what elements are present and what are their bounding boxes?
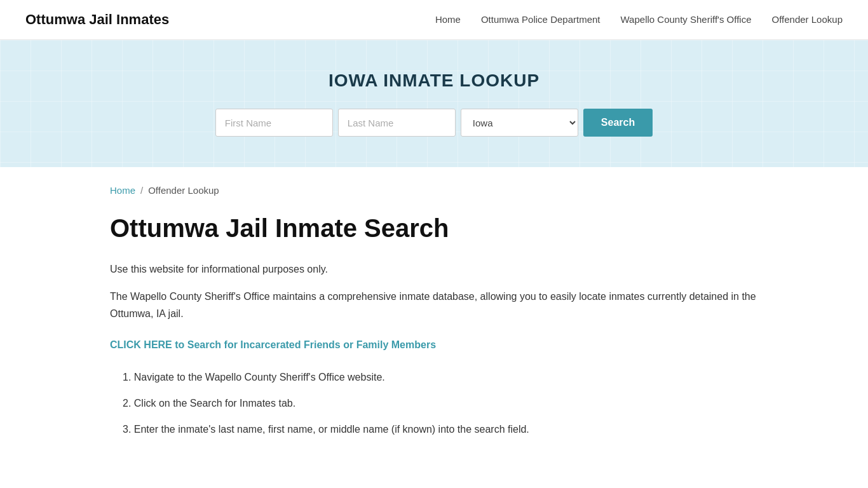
breadcrumb-separator: / [140,185,143,196]
instruction-item-1: Navigate to the Wapello County Sheriff's… [123,369,758,386]
breadcrumb-home-link[interactable]: Home [110,185,135,196]
nav-list: Home Ottumwa Police Department Wapello C… [435,14,843,25]
nav-item-home: Home [435,14,461,25]
breadcrumb: Home / Offender Lookup [110,185,758,196]
main-nav: Home Ottumwa Police Department Wapello C… [435,14,843,25]
body-paragraph-2: The Wapello County Sheriff's Office main… [110,288,758,322]
last-name-input[interactable] [338,109,456,137]
first-name-input[interactable] [215,109,333,137]
nav-link-sheriff[interactable]: Wapello County Sheriff's Office [621,14,752,25]
instruction-item-2: Click on the Search for Inmates tab. [123,395,758,412]
instruction-item-3: Enter the inmate's last name, first name… [123,421,758,438]
nav-link-police[interactable]: Ottumwa Police Department [481,14,600,25]
hero-banner: IOWA INMATE LOOKUP Iowa Search [0,40,868,167]
nav-item-offender: Offender Lookup [772,14,843,25]
search-button[interactable]: Search [583,109,653,137]
state-select[interactable]: Iowa [461,109,578,137]
instructions-list: Navigate to the Wapello County Sheriff's… [110,369,758,438]
nav-item-police: Ottumwa Police Department [481,14,600,25]
site-header: Ottumwa Jail Inmates Home Ottumwa Police… [0,0,868,40]
site-logo[interactable]: Ottumwa Jail Inmates [25,11,169,28]
page-title: Ottumwa Jail Inmate Search [110,214,758,243]
search-form: Iowa Search [13,109,855,137]
nav-item-sheriff: Wapello County Sheriff's Office [621,14,752,25]
hero-title: IOWA INMATE LOOKUP [13,71,855,91]
breadcrumb-current: Offender Lookup [148,185,219,196]
main-content: Home / Offender Lookup Ottumwa Jail Inma… [85,167,783,485]
nav-link-offender[interactable]: Offender Lookup [772,14,843,25]
body-paragraph-1: Use this website for informational purpo… [110,261,758,278]
cta-link[interactable]: CLICK HERE to Search for Incarcerated Fr… [110,339,436,351]
nav-link-home[interactable]: Home [435,14,461,25]
